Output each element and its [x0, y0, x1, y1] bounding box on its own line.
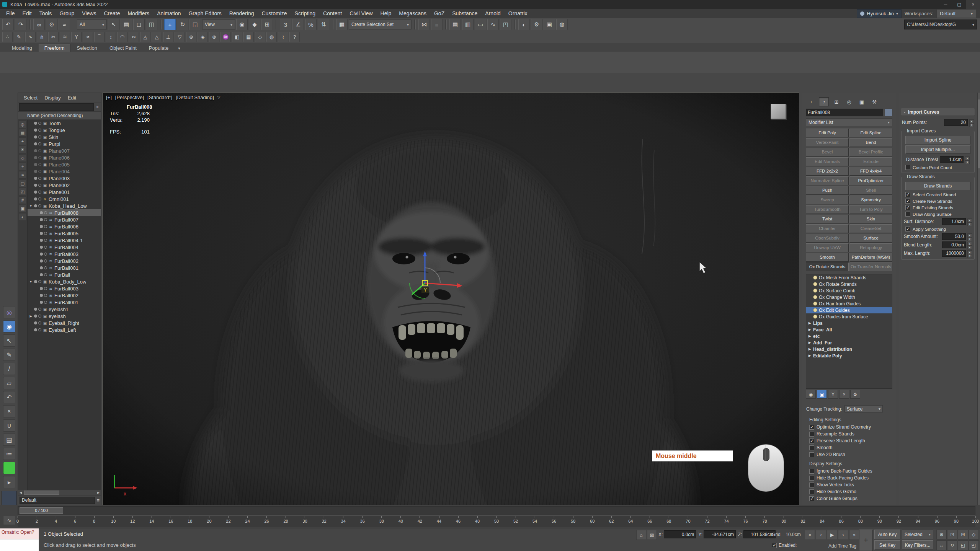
timeline-tick-84[interactable]: 84	[820, 516, 825, 523]
explorer-item-skin[interactable]: ▣Skin	[28, 134, 101, 140]
menu-file[interactable]: File	[2, 9, 19, 18]
ox-strand-brush-icon[interactable]: ∿	[25, 32, 36, 42]
selection-dot-icon[interactable]	[38, 149, 41, 152]
explorer-item-plane001[interactable]: ▣Plane001	[28, 189, 101, 196]
ox-change-width-icon[interactable]: ◈	[198, 32, 208, 42]
use-pivot-point-center-icon[interactable]: ◉	[236, 19, 248, 30]
visibility-dot-icon[interactable]	[40, 294, 43, 297]
layers-icon[interactable]: ≡	[96, 497, 100, 503]
stack-item-lips[interactable]: ▶Lips	[806, 320, 892, 326]
remove-modifier-icon[interactable]: ×	[839, 390, 849, 399]
explorer-item-omni001[interactable]: ☀Omni001	[28, 196, 101, 202]
visibility-dot-icon[interactable]	[34, 204, 37, 207]
menu-create[interactable]: Create	[100, 9, 124, 18]
spinner-up-icon[interactable]: ▴	[969, 119, 974, 123]
coordinate-field[interactable]: -34.671cm	[704, 530, 736, 538]
timeline-tick-48[interactable]: 48	[475, 516, 480, 523]
keyboard-shortcut-override-icon[interactable]: ⊞	[261, 19, 273, 30]
viewport-filter-icon[interactable]: ▽	[217, 95, 220, 99]
visibility-dot-icon[interactable]	[34, 315, 37, 318]
close-button[interactable]: ×	[966, 0, 980, 9]
visibility-dot-icon[interactable]	[40, 239, 43, 242]
zoom-extents-all-icon[interactable]: ⊞	[958, 530, 968, 540]
object-name-field[interactable]	[806, 109, 883, 116]
distance-threshold-field[interactable]: 1.0cm	[940, 156, 964, 163]
timeline-tick-88[interactable]: 88	[858, 516, 863, 523]
explorer-item-koba-head-low[interactable]: ▼▣Koba_Head_Low	[28, 202, 101, 209]
make-unique-icon[interactable]: Y	[828, 390, 838, 399]
visibility-dot-icon[interactable]	[34, 280, 37, 283]
expand-icon[interactable]: ▶	[808, 328, 812, 331]
timeline-tick-20[interactable]: 20	[207, 516, 211, 523]
curve-editor-icon[interactable]: ∿	[487, 19, 499, 30]
visibility-dot-icon[interactable]	[40, 259, 43, 262]
zoom-icon[interactable]: ⊕	[936, 530, 947, 540]
timeline-tick-28[interactable]: 28	[283, 516, 288, 523]
explorer-item-plane006[interactable]: ▣Plane006	[28, 154, 101, 161]
ribbon-options-icon[interactable]: ▾	[175, 45, 183, 52]
modifier-button-skin[interactable]: Skin	[849, 215, 892, 223]
selection-dot-icon[interactable]	[44, 259, 47, 262]
explorer-item-eyelash1[interactable]: ▣eyelash1	[28, 306, 101, 313]
ribbon-tab-modeling[interactable]: Modeling	[6, 44, 38, 52]
import-curves-rollout-header[interactable]: - Import Curves	[901, 108, 975, 116]
modifier-toggle-bulb-icon[interactable]	[813, 282, 817, 286]
time-slider-track[interactable]: 0 / 100	[18, 506, 975, 515]
modifier-toggle-bulb-icon[interactable]	[813, 315, 817, 319]
visibility-dot-icon[interactable]	[34, 197, 37, 201]
auto-key-button[interactable]: Auto Key	[874, 530, 900, 539]
stack-item-add-fur[interactable]: ▶Add_Fur	[806, 339, 892, 346]
explorer-item-furball002[interactable]: ≋FurBall002	[28, 258, 101, 264]
align-icon[interactable]: ≡	[431, 19, 443, 30]
visibility-dot-icon[interactable]	[34, 321, 37, 324]
menu-substance[interactable]: Substance	[448, 9, 481, 18]
modifier-toggle-bulb-icon[interactable]	[813, 289, 817, 293]
spinner-down-icon[interactable]: ▾	[967, 246, 972, 249]
selection-dot-icon[interactable]	[44, 287, 47, 290]
spinner-snap-toggle-icon[interactable]: ⇅	[318, 19, 329, 30]
timeline-tick-60[interactable]: 60	[590, 516, 595, 523]
timeline-tick-40[interactable]: 40	[399, 516, 403, 523]
modifier-button-edit-normals[interactable]: Edit Normals	[806, 157, 849, 166]
select-strands-icon[interactable]: ↖	[3, 334, 15, 347]
timeline-tick-30[interactable]: 30	[302, 516, 307, 523]
select-and-manipulate-icon[interactable]: ◆	[249, 19, 260, 30]
pin-stack-icon[interactable]: ◉	[806, 390, 816, 399]
timeline-tick-4[interactable]: 4	[55, 516, 57, 523]
visibility-dot-icon[interactable]	[34, 191, 37, 194]
explorer-item-furball008[interactable]: ≋FurBall008	[28, 209, 101, 216]
modifier-button-prooptimizer[interactable]: ProOptimizer	[849, 176, 892, 185]
selection-dot-icon[interactable]	[38, 163, 41, 166]
field-value[interactable]: 0.0cm	[942, 241, 966, 248]
timeline-tick-86[interactable]: 86	[839, 516, 844, 523]
ox-edit-guides-icon[interactable]: ✎	[14, 32, 24, 42]
toggle-scene-explorer-icon[interactable]: ▤	[449, 19, 461, 30]
visibility-dot-icon[interactable]	[34, 163, 37, 166]
close-icon[interactable]: ×	[95, 104, 100, 110]
set-key-button[interactable]: Set Key	[874, 540, 900, 550]
spinner-down-icon[interactable]: ▾	[967, 237, 972, 241]
visibility-dot-icon[interactable]	[34, 149, 37, 152]
go-to-end-button[interactable]: »	[849, 530, 859, 540]
spinner-up-icon[interactable]: ▴	[967, 242, 972, 246]
timeline-tick-12[interactable]: 12	[130, 516, 135, 523]
ox-scatter-icon[interactable]: ◇	[255, 32, 265, 42]
selection-dot-icon[interactable]	[44, 266, 47, 269]
draw-strand-pencil-icon[interactable]: ✎	[3, 349, 15, 361]
ornatrix-logo-icon[interactable]: ◎	[3, 306, 15, 318]
scroll-left-icon[interactable]: ◀	[18, 491, 23, 494]
ox-strand-multiplier-icon[interactable]: ⊛	[186, 32, 196, 42]
explorer-item-plane007[interactable]: ▣Plane007	[28, 147, 101, 154]
spinner-up-icon[interactable]: ▴	[967, 250, 972, 254]
timeline-tick-58[interactable]: 58	[571, 516, 575, 523]
visibility-dot-icon[interactable]	[34, 142, 37, 145]
checkbox-optimize-strand-geometry[interactable]: Optimize Strand Geometry	[802, 424, 896, 430]
selection-dot-icon[interactable]	[38, 170, 41, 173]
checkbox-create-new-strands[interactable]: Create New Strands	[903, 198, 973, 204]
timeline-tick-22[interactable]: 22	[226, 516, 230, 523]
menu-help[interactable]: Help	[377, 9, 395, 18]
timeline-tick-72[interactable]: 72	[705, 516, 709, 523]
ribbon-tab-object-paint[interactable]: Object Paint	[104, 44, 142, 52]
selection-dot-icon[interactable]	[44, 225, 47, 228]
visibility-dot-icon[interactable]	[40, 225, 43, 228]
